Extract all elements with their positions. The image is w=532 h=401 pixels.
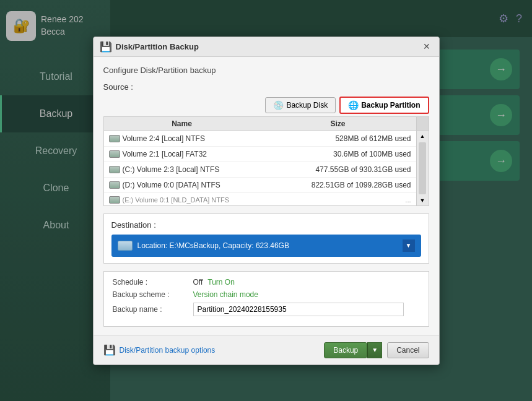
scroll-up-arrow[interactable]: ▲ xyxy=(420,131,425,141)
destination-section: Destination : Location: E:\MCsBackup, Ca… xyxy=(103,213,429,264)
partition-table: Name Size Volume 2:4 [Local] NTFS 528MB … xyxy=(103,116,429,206)
cell-size-0: 528MB of 612MB used xyxy=(260,131,416,146)
dialog-subtitle: Configure Disk/Partition backup xyxy=(103,66,429,75)
scroll-down-arrow[interactable]: ▼ xyxy=(420,196,425,205)
cell-size-1: 30.6MB of 100MB used xyxy=(260,147,416,162)
backup-name-label: Backup name : xyxy=(113,305,193,314)
scroll-thumb xyxy=(419,142,426,194)
disk-icon-4 xyxy=(109,196,120,204)
col-header-size: Size xyxy=(260,117,416,131)
cell-name-4: (E:) Volume 0:1 [NLD_DATA] NTFS xyxy=(104,193,260,205)
dialog-overlay: 💾 Disk/Partition Backup ✕ Configure Disk… xyxy=(0,0,532,401)
table-body: Volume 2:4 [Local] NTFS 528MB of 612MB u… xyxy=(104,131,429,205)
cell-name-3: (D:) Volume 0:0 [DATA] NTFS xyxy=(104,178,260,192)
destination-dropdown[interactable]: Location: E:\MCsBackup, Capacity: 623.46… xyxy=(111,235,421,257)
schedule-row: Schedule : Off Turn On xyxy=(113,278,420,287)
cell-size-4: ... xyxy=(260,193,416,205)
options-section: Schedule : Off Turn On Backup scheme : V… xyxy=(103,271,429,327)
disk-icon-1 xyxy=(109,150,120,158)
table-rows-container: Volume 2:4 [Local] NTFS 528MB of 612MB u… xyxy=(104,131,416,205)
dialog-close-button[interactable]: ✕ xyxy=(421,40,433,53)
source-tabs: 💿 Backup Disk 🌐 Backup Partition xyxy=(103,97,429,114)
table-row[interactable]: (E:) Volume 0:1 [NLD_DATA] NTFS ... xyxy=(104,193,416,205)
schedule-turn-on-link[interactable]: Turn On xyxy=(207,278,235,287)
dialog-title-text: Disk/Partition Backup xyxy=(116,42,417,51)
table-row[interactable]: (C:) Volume 2:3 [Local] NTFS 477.55GB of… xyxy=(104,162,416,178)
disk-icon-3 xyxy=(109,181,120,189)
table-row[interactable]: Volume 2:4 [Local] NTFS 528MB of 612MB u… xyxy=(104,131,416,147)
cell-name-2: (C:) Volume 2:3 [Local] NTFS xyxy=(104,162,260,177)
disk-tab-icon: 💿 xyxy=(273,100,284,110)
backup-name-input[interactable] xyxy=(193,303,404,316)
dest-disk-icon xyxy=(118,241,133,251)
source-label: Source : xyxy=(103,82,429,92)
table-row[interactable]: Volume 2:1 [Local] FAT32 30.6MB of 100MB… xyxy=(104,147,416,162)
footer-buttons: Backup ▼ Cancel xyxy=(324,342,429,358)
dialog-body: Configure Disk/Partition backup Source :… xyxy=(94,57,439,335)
backup-button[interactable]: Backup xyxy=(324,342,367,358)
col-header-name: Name xyxy=(104,117,260,131)
dialog-footer: 💾 Disk/Partition backup options Backup ▼… xyxy=(94,335,439,364)
destination-value: Location: E:\MCsBackup, Capacity: 623.46… xyxy=(137,241,403,250)
table-row[interactable]: (D:) Volume 0:0 [DATA] NTFS 822.51GB of … xyxy=(104,178,416,193)
destination-dropdown-arrow[interactable]: ▼ xyxy=(403,239,415,252)
dialog-title-icon: 💾 xyxy=(100,41,112,53)
backup-dropdown-arrow[interactable]: ▼ xyxy=(367,342,382,358)
tab-backup-partition[interactable]: 🌐 Backup Partition xyxy=(339,97,429,114)
cell-size-2: 477.55GB of 930.31GB used xyxy=(260,162,416,177)
backup-scheme-label: Backup scheme : xyxy=(113,290,193,299)
cell-size-3: 822.51GB of 1099.28GB used xyxy=(260,178,416,192)
backup-options-link[interactable]: 💾 Disk/Partition backup options xyxy=(103,344,216,356)
tab-backup-disk[interactable]: 💿 Backup Disk xyxy=(265,97,336,113)
partition-tab-icon: 🌐 xyxy=(348,100,359,110)
destination-label: Destination : xyxy=(111,220,421,230)
table-header: Name Size xyxy=(104,117,429,131)
disk-icon-0 xyxy=(109,135,120,142)
options-link-icon: 💾 xyxy=(103,344,116,356)
cell-name-1: Volume 2:1 [Local] FAT32 xyxy=(104,147,260,162)
cell-name-0: Volume 2:4 [Local] NTFS xyxy=(104,131,260,146)
table-scrollbar[interactable]: ▲ ▼ xyxy=(416,131,429,205)
dialog-titlebar: 💾 Disk/Partition Backup ✕ xyxy=(94,37,439,57)
schedule-label: Schedule : xyxy=(113,278,193,287)
disk-partition-backup-dialog: 💾 Disk/Partition Backup ✕ Configure Disk… xyxy=(93,37,440,365)
backup-scheme-row: Backup scheme : Version chain mode xyxy=(113,290,420,299)
backup-button-group: Backup ▼ xyxy=(324,342,382,358)
schedule-off: Off xyxy=(193,278,203,287)
backup-scheme-value[interactable]: Version chain mode xyxy=(193,290,258,299)
cancel-button[interactable]: Cancel xyxy=(387,342,429,358)
disk-icon-2 xyxy=(109,166,120,173)
backup-name-row: Backup name : xyxy=(113,303,420,316)
